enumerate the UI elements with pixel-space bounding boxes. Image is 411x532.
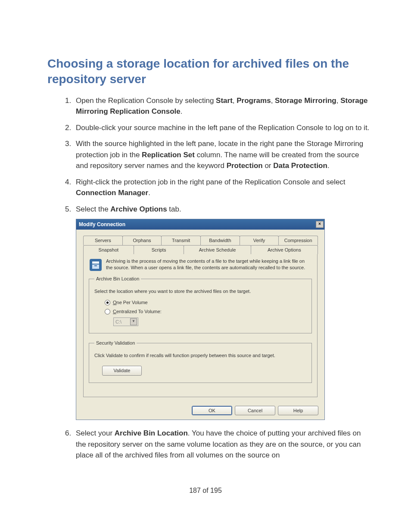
page-number: 187 of 195 bbox=[30, 487, 381, 495]
step-5-text-a: Select the bbox=[76, 205, 110, 213]
validate-button[interactable]: Validate bbox=[102, 366, 142, 376]
archive-bin-location-legend: Archive Bin Location bbox=[94, 275, 141, 283]
ok-button[interactable]: OK bbox=[192, 406, 232, 416]
security-validation-legend: Security Validation bbox=[94, 339, 137, 347]
step-1-bold-sm: Storage Mirroring bbox=[275, 96, 336, 105]
radio2-label: entralized To Volume: bbox=[116, 309, 162, 314]
radio1-label: ne Per Volume bbox=[117, 300, 148, 305]
tab-archive-options[interactable]: Archive Options bbox=[251, 245, 318, 255]
modify-connection-dialog: Modify Connection × Servers Orphans Tran… bbox=[76, 219, 325, 420]
radio-icon bbox=[105, 300, 110, 305]
step-1-text: Open the Replication Console by selectin… bbox=[76, 96, 216, 105]
step-6-bold-abl: Archive Bin Location bbox=[115, 429, 188, 437]
step-4: Right-click the protection job in the ri… bbox=[73, 177, 372, 199]
step-3: With the source highlighted in the left … bbox=[73, 138, 372, 171]
archive-bin-location-group: Archive Bin Location Select the location… bbox=[89, 275, 312, 333]
security-validation-group: Security Validation Click Validate to co… bbox=[89, 339, 312, 383]
tab-scripts[interactable]: Scripts bbox=[134, 245, 184, 255]
dialog-footer: OK Cancel Help bbox=[76, 402, 324, 420]
tabs-row-top: Servers Orphans Transmit Bandwidth Verif… bbox=[83, 236, 318, 245]
radio-centralized-to-volume[interactable]: Centralized To Volume: bbox=[105, 308, 306, 315]
svg-rect-2 bbox=[92, 264, 99, 269]
chevron-down-icon: ▼ bbox=[130, 318, 137, 325]
step-6: Select your Archive Bin Location. You ha… bbox=[73, 428, 372, 461]
dialog-titlebar: Modify Connection × bbox=[76, 219, 324, 230]
step-6-text-a: Select your bbox=[76, 429, 115, 437]
tab-transmit[interactable]: Transmit bbox=[161, 236, 201, 245]
tab-orphans[interactable]: Orphans bbox=[122, 236, 162, 245]
tab-snapshot[interactable]: Snapshot bbox=[83, 245, 134, 255]
tab-archive-schedule[interactable]: Archive Schedule bbox=[184, 245, 251, 255]
radio1-accel: O bbox=[113, 300, 117, 305]
radio-icon bbox=[105, 309, 110, 314]
tab-bandwidth[interactable]: Bandwidth bbox=[200, 236, 240, 245]
security-validation-label: Click Validate to confirm if recalls wil… bbox=[94, 352, 306, 359]
step-3-bold-repset: Replication Set bbox=[142, 151, 195, 159]
step-4-bold-cm: Connection Manager bbox=[76, 189, 148, 197]
step-1-bold-start: Start bbox=[216, 96, 233, 105]
help-button[interactable]: Help bbox=[278, 406, 318, 416]
step-3-bold-dataprotection: Data Protection bbox=[273, 162, 327, 170]
step-3-bold-protection: Protection bbox=[227, 162, 263, 170]
step-4-text-a: Right-click the protection job in the ri… bbox=[76, 178, 346, 186]
tab-page-archive-options: Archiving is the process of moving the c… bbox=[83, 254, 318, 397]
tab-compression[interactable]: Compression bbox=[278, 236, 318, 245]
step-5-text-c: tab. bbox=[167, 205, 181, 213]
radio2-accel: C bbox=[113, 309, 116, 314]
step-3-text-d: or bbox=[263, 162, 274, 170]
close-icon[interactable]: × bbox=[316, 221, 324, 228]
svg-rect-1 bbox=[92, 261, 99, 264]
archive-bin-location-label: Select the location where you want to st… bbox=[94, 288, 306, 295]
dialog-title: Modify Connection bbox=[79, 221, 125, 228]
tabs-row-bottom: Snapshot Scripts Archive Schedule Archiv… bbox=[83, 245, 318, 255]
archive-intro-text: Archiving is the process of moving the c… bbox=[106, 258, 312, 271]
radio-one-per-volume[interactable]: One Per Volume bbox=[105, 299, 306, 306]
step-5: Select the Archive Options tab. Modify C… bbox=[73, 204, 372, 420]
step-2: Double-click your source machine in the … bbox=[73, 122, 372, 134]
step-5-bold-ao: Archive Options bbox=[110, 205, 167, 213]
step-1: Open the Replication Console by selectin… bbox=[73, 95, 372, 117]
volume-select[interactable]: C:\ ▼ bbox=[113, 317, 138, 326]
step-1-bold-programs: Programs bbox=[237, 96, 271, 105]
tab-servers[interactable]: Servers bbox=[83, 236, 123, 245]
volume-select-value: C:\ bbox=[115, 318, 121, 326]
archive-icon bbox=[89, 258, 103, 272]
cancel-button[interactable]: Cancel bbox=[235, 406, 275, 416]
steps-list: Open the Replication Console by selectin… bbox=[56, 95, 381, 461]
page-heading: Choosing a storage location for archived… bbox=[47, 56, 381, 87]
svg-rect-3 bbox=[94, 265, 97, 266]
tab-verify[interactable]: Verify bbox=[240, 236, 279, 245]
